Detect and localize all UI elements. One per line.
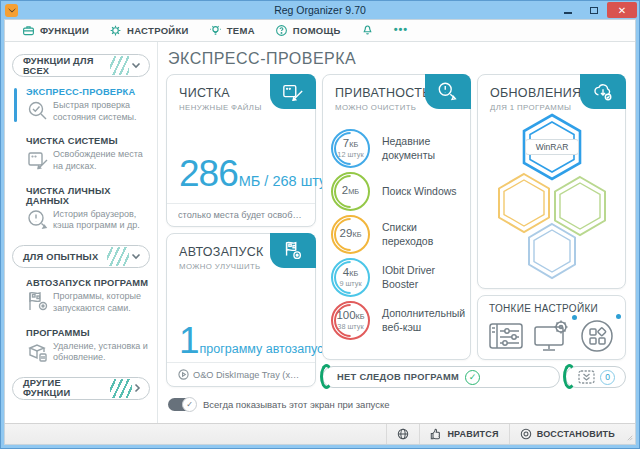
- ignored-items-pill[interactable]: 0: [565, 366, 626, 388]
- privacy-clean-icon: [26, 208, 50, 232]
- app-tiles-icon: [579, 318, 615, 354]
- statusbar: НРАВИТСЯ ВОССТАНОВИТЬ: [5, 423, 635, 444]
- race-flag-icon: [26, 290, 50, 314]
- startup-toggle-label: Всегда показывать этот экран при запуске: [203, 399, 389, 410]
- privacy-corner-icon: [425, 74, 471, 109]
- notification-dot: [616, 314, 621, 319]
- stripes-decoration: [107, 247, 129, 266]
- briefcase-icon: [22, 24, 35, 37]
- thumbs-up-icon: [430, 428, 442, 440]
- software-box-icon: [26, 340, 50, 364]
- privacy-row[interactable]: 2МБ Поиск Windows: [331, 170, 464, 213]
- sidebar: ФУНКЦИИ ДЛЯ ВСЕХ ЭКСПРЕСС-ПРОВЕРКА Быстр…: [5, 42, 158, 423]
- autorun-corner-icon: [270, 233, 316, 268]
- privacy-row[interactable]: 29КБ Списки переходов: [331, 213, 464, 256]
- privacy-row[interactable]: 100КБ 38 штук Дополнительный веб-кэш: [331, 299, 464, 342]
- updates-card[interactable]: ОБНОВЛЕНИЯ ДЛЯ 1 ПРОГРАММЫ WinRAR: [477, 74, 626, 289]
- restore-icon: [520, 428, 532, 440]
- traces-status-pill[interactable]: НЕТ СЛЕДОВ ПРОГРАММ ✓: [322, 366, 560, 388]
- sidebar-item-programs[interactable]: ПРОГРАММЫ Удаление, установка и обновлен…: [5, 328, 157, 364]
- green-bracket-decoration: [320, 364, 333, 389]
- ellipsis-icon: •••: [394, 23, 409, 35]
- chevron-right-icon: [134, 383, 141, 393]
- privacy-ring: 100КБ 38 штук: [331, 301, 370, 340]
- sidebar-item-express-check[interactable]: ЭКСПРЕСС-ПРОВЕРКА Быстрая проверка состо…: [5, 87, 157, 123]
- resize-grip[interactable]: [625, 424, 635, 444]
- tweaks-sliders-button[interactable]: [488, 320, 524, 356]
- menubar: ФУНКЦИИ НАСТРОЙКИ ТЕМА ПОМОЩЬ •••: [5, 20, 635, 42]
- gear-icon: [109, 24, 122, 37]
- window-title: Reg Organizer 9.70: [1, 4, 639, 16]
- green-bracket-decoration: [563, 364, 576, 389]
- disk-clean-icon: [26, 148, 50, 172]
- autorun-item: O&O DiskImage Tray (x64) от O...: [193, 370, 304, 380]
- lightbulb-icon: [209, 24, 222, 37]
- menu-help[interactable]: ПОМОЩЬ: [266, 20, 350, 41]
- tweaks-card[interactable]: ТОНКИЕ НАСТРОЙКИ: [477, 295, 626, 360]
- privacy-row[interactable]: 7КБ 12 штук Недавние документы: [331, 127, 464, 170]
- magnifier-check-icon: [26, 99, 50, 123]
- minimize-button[interactable]: [555, 2, 581, 18]
- privacy-ring: 2МБ: [331, 172, 370, 211]
- privacy-ring: 29КБ: [331, 215, 370, 254]
- play-circle-icon: [178, 369, 189, 380]
- privacy-list: 7КБ 12 штук Недавние документы 2МБ Поиск…: [331, 127, 464, 342]
- restore-button[interactable]: ВОССТАНОВИТЬ: [509, 424, 625, 444]
- close-button[interactable]: ✕: [607, 2, 637, 18]
- language-button[interactable]: [386, 424, 419, 444]
- cleanup-footer: столько места будет освобождено: [178, 210, 304, 220]
- toggle-knob-check-icon: ✓: [182, 397, 197, 412]
- tweaks-system-button[interactable]: [533, 319, 571, 357]
- cleanup-corner-icon: [270, 74, 316, 109]
- sidebar-item-private-data[interactable]: ЧИСТКА ЛИЧНЫХ ДАННЫХ История браузеров, …: [5, 186, 157, 232]
- sliders-panel-icon: [488, 320, 524, 352]
- maximize-button[interactable]: [581, 2, 607, 18]
- updates-corner-icon: [580, 74, 626, 109]
- menu-theme[interactable]: ТЕМА: [200, 20, 264, 41]
- menu-functions[interactable]: ФУНКЦИИ: [13, 20, 98, 41]
- autorun-count-suffix: программу автозапуска: [200, 342, 336, 356]
- like-button[interactable]: НРАВИТСЯ: [419, 424, 508, 444]
- chevron-down-icon: [131, 62, 141, 69]
- card-title: ТОНКИЕ НАСТРОЙКИ: [489, 303, 625, 314]
- main-panel: ЭКСПРЕСС-ПРОВЕРКА ЧИСТКА НЕНУЖНЫЕ ФАЙЛЫ …: [158, 42, 635, 423]
- autorun-card[interactable]: АВТОЗАПУСК МОЖНО УЛУЧШИТЬ 1 программу ав…: [166, 233, 316, 387]
- sidebar-group-for-all[interactable]: ФУНКЦИИ ДЛЯ ВСЕХ: [12, 54, 150, 77]
- menu-settings[interactable]: НАСТРОЙКИ: [100, 20, 198, 41]
- sidebar-group-expert[interactable]: ДЛЯ ОПЫТНЫХ: [12, 245, 150, 268]
- page-title: ЭКСПРЕСС-ПРОВЕРКА: [168, 50, 356, 68]
- privacy-card[interactable]: ПРИВАТНОСТЬ МОЖНО ОЧИСТИТЬ 7КБ 12 штук Н…: [322, 74, 471, 360]
- collapse-box-icon: [578, 370, 595, 384]
- notification-dot: [572, 315, 577, 320]
- startup-toggle-row: ✓ Всегда показывать этот экран при запус…: [168, 398, 389, 411]
- monitor-gear-icon: [533, 319, 571, 353]
- cleanup-card[interactable]: ЧИСТКА НЕНУЖНЫЕ ФАЙЛЫ 286 МБ / 268 штук …: [166, 74, 316, 227]
- privacy-ring: 4КБ 9 штук: [331, 258, 370, 297]
- help-icon: [275, 24, 288, 37]
- cleanup-size-value: 286: [179, 155, 238, 192]
- stripes-decoration: [110, 56, 129, 75]
- autorun-count-value: 1: [179, 322, 199, 359]
- notifications-button[interactable]: [352, 24, 383, 37]
- startup-toggle[interactable]: ✓: [168, 398, 196, 411]
- sidebar-group-other[interactable]: ДРУГИЕ ФУНКЦИИ: [12, 377, 150, 400]
- titlebar: Reg Organizer 9.70 ✕: [1, 1, 639, 19]
- sidebar-item-autorun[interactable]: АВТОЗАПУСК ПРОГРАММ Программы, которые з…: [5, 278, 157, 314]
- privacy-row[interactable]: 4КБ 9 штук IObit Driver Booster: [331, 256, 464, 299]
- bell-icon: [361, 24, 374, 37]
- cleanup-size-suffix: МБ / 268 штук: [239, 173, 333, 189]
- globe-icon: [397, 428, 409, 440]
- menu-more-button[interactable]: •••: [385, 27, 418, 35]
- chevron-down-icon: [131, 253, 141, 260]
- privacy-ring: 7КБ 12 штук: [331, 129, 370, 168]
- update-app-winrar[interactable]: WinRAR: [525, 139, 579, 155]
- app-window: Reg Organizer 9.70 ✕ ФУНКЦИИ НАСТРОЙКИ Т…: [0, 0, 640, 449]
- ignored-count-badge: 0: [600, 370, 615, 385]
- check-circle-icon: ✓: [465, 370, 480, 385]
- sidebar-item-system-cleanup[interactable]: ЧИСТКА СИСТЕМЫ Освобождение места на дис…: [5, 136, 157, 172]
- stripes-decoration: [110, 379, 132, 398]
- tweaks-apps-button[interactable]: [579, 318, 615, 358]
